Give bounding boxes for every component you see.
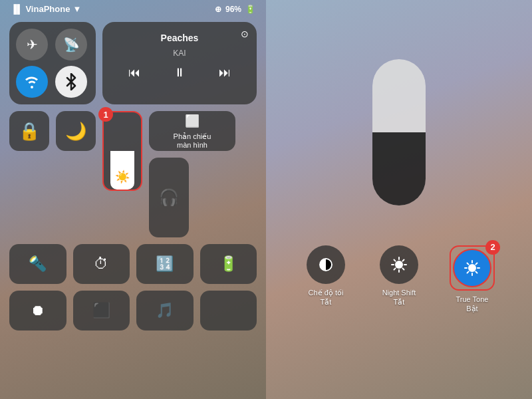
play-pause-button[interactable]: ⏸ [174,66,186,80]
battery-percent: 96% [225,5,241,14]
bluetooth-button[interactable] [55,66,87,98]
do-not-disturb-button[interactable]: 🌙 [56,111,96,151]
true-tone-option[interactable]: 2 [446,245,499,314]
night-shift-label: Night ShiftTắt [382,288,416,307]
svg-line-16 [475,271,477,273]
dark-mode-icon [307,245,345,284]
night-shift-icon [380,245,418,284]
media-player: ⊙ Peaches KAI ⏮ ⏸ ⏭ [102,22,257,104]
status-bar: ▐▌ VinaPhone ▼ ⊕ 96% 🔋 [0,0,266,17]
next-button[interactable]: ⏭ [219,66,231,80]
bottom-icon-rows: 🔦 ⏱ 🔢 🔋 ⏺ ⬛ 🎵 [9,244,257,331]
status-carrier: ▐▌ VinaPhone ▼ [11,4,81,14]
pill-brightness[interactable] [372,59,426,205]
icon-row-2: ⏺ ⬛ 🎵 [9,291,257,331]
icon-row-1: 🔦 ⏱ 🔢 🔋 [9,244,257,284]
top-row: ✈ 📡 ⊙ Peaches KAI ⏮ [9,22,257,104]
screen-lock-button[interactable]: 🔒 [9,111,49,151]
night-shift-option[interactable]: Night ShiftTắt [372,245,426,307]
song-title: Peaches [112,33,247,43]
brightness-slider[interactable]: 1 ☀️ [102,111,142,191]
pill-bottom [372,132,426,205]
svg-line-6 [394,259,396,261]
second-row: 🔒 🌙 1 ☀️ ⬜ Phản chiếumàn hình 🎧 [9,111,257,237]
pill-outer [372,59,426,205]
pill-top [372,59,426,132]
svg-point-1 [395,261,403,269]
soundwave-button[interactable]: 🎵 [136,291,194,331]
airplane-button[interactable]: ✈ [16,29,48,61]
svg-line-17 [475,263,477,264]
brightness-icon: ☀️ [115,170,130,184]
extra-button[interactable] [200,291,257,331]
true-tone-icon [453,249,491,287]
status-right: ⊕ 96% 🔋 [215,5,255,14]
svg-line-15 [467,263,469,264]
svg-point-10 [468,264,476,272]
screen-mirror-label: Phản chiếumàn hình [174,132,211,149]
svg-line-9 [394,268,396,269]
qr-button[interactable]: ⬛ [73,291,130,331]
svg-line-7 [402,268,404,269]
timer-button[interactable]: ⏱ [73,244,130,284]
media-controls: ⏮ ⏸ ⏭ [112,66,247,80]
song-artist: KAI [112,49,247,58]
headphones-button[interactable]: 🎧 [149,158,189,237]
calculator-button[interactable]: 🔢 [136,244,194,284]
connectivity-block: ✈ 📡 [9,22,96,104]
battery-status-button[interactable]: 🔋 [200,244,257,284]
screen-mirror-button[interactable]: ⬜ Phản chiếumàn hình [149,111,235,151]
battery-icon: 🔋 [245,5,255,14]
step-2-badge: 2 [485,240,500,255]
svg-line-18 [467,271,469,273]
cast-icon[interactable]: ⊙ [241,29,249,39]
true-tone-label: True ToneBật [456,295,489,314]
right-panel: Chế độ tốiTắt Night ShiftTắt [266,0,532,399]
left-panel: ▐▌ VinaPhone ▼ ⊕ 96% 🔋 ✈ 📡 [0,0,266,399]
carrier-name: VinaPhone [25,4,70,14]
gps-icon: ⊕ [215,5,221,14]
prev-button[interactable]: ⏮ [128,66,140,80]
wifi-status-icon: ▼ [72,4,81,14]
control-center: ✈ 📡 ⊙ Peaches KAI ⏮ [0,17,266,399]
screen-mirror-icon: ⬜ [185,114,200,128]
flashlight-button[interactable]: 🔦 [9,244,66,284]
svg-line-8 [402,259,404,261]
step-1-badge: 1 [98,107,113,122]
signal-icon: ▐▌ [11,4,23,14]
dark-mode-label: Chế độ tốiTắt [309,288,344,307]
wifi-button[interactable] [16,66,48,98]
cellular-button[interactable]: 📡 [55,29,87,61]
record-button[interactable]: ⏺ [9,291,66,331]
dark-mode-option[interactable]: Chế độ tốiTắt [299,245,352,307]
display-options-row: Chế độ tốiTắt Night ShiftTắt [299,245,499,314]
